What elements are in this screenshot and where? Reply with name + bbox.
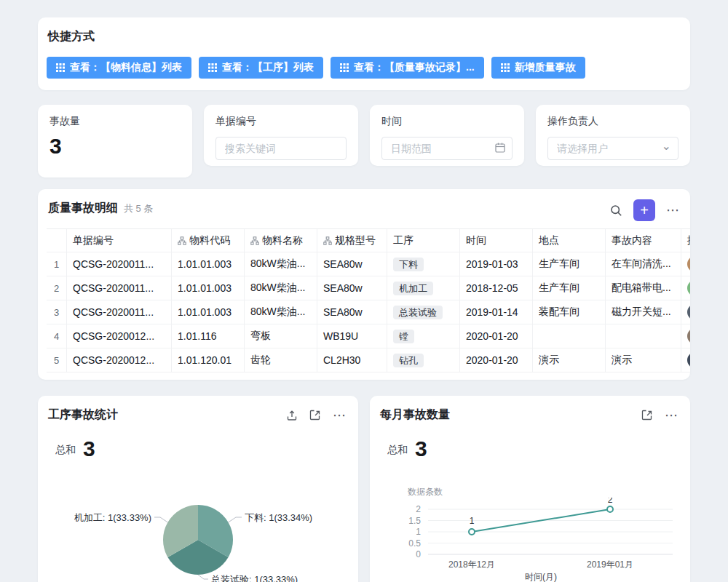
cell-code: 1.01.01.003 — [172, 276, 245, 300]
col-doc-number[interactable]: 单据编号 — [67, 229, 172, 252]
table-row[interactable]: 4 QCSG-2020012... 1.01.116 弯板 WB19U 镗 20… — [47, 324, 690, 348]
operator-select[interactable] — [547, 137, 678, 160]
pie-label-zongzhuang: 总装试验: 1(33.33%) — [211, 573, 298, 582]
data-label: 2 — [608, 498, 613, 505]
pie-more-menu[interactable]: ⋯ — [333, 407, 347, 423]
cell-spec: CL2H30 — [317, 348, 387, 372]
data-label: 1 — [470, 516, 475, 526]
cell-place: 演示 — [533, 348, 606, 372]
line-card-title: 每月事故数量 — [380, 407, 450, 423]
y-tick: 1.5 — [408, 516, 421, 526]
pie-label-jijiagong: 机加工: 1(33.33%) — [58, 511, 151, 525]
cell-owner — [681, 324, 690, 348]
shortcut-view-process-list-button[interactable]: 查看：【工序】列表 — [199, 57, 323, 79]
col-spec-model[interactable]: 规格型号 — [317, 229, 387, 252]
table-row[interactable]: 5 QCSG-2020012... 1.01.120.01 齿轮 CL2H30 … — [47, 348, 690, 372]
calendar-icon[interactable] — [494, 142, 506, 154]
cell-process: 钻孔 — [387, 348, 460, 372]
data-point[interactable] — [469, 529, 475, 535]
cell-time: 2018-12-05 — [460, 276, 533, 300]
shortcut-label: 新增质量事故 — [515, 61, 576, 74]
plus-icon: + — [640, 200, 649, 220]
col-owner[interactable]: 操作负责人 — [681, 229, 690, 252]
process-accident-stats-card: 工序事故统计 ⋯ 总和 3 机加工: 1(33.33%) 下料: 1(33.3 — [38, 396, 358, 582]
cell-owner — [681, 276, 690, 300]
table-row[interactable]: 1 QCSG-2020011... 1.01.01.003 80kW柴油... … — [47, 252, 690, 276]
cell-name: 80kW柴油... — [245, 276, 317, 300]
gridlines — [428, 509, 673, 543]
line-chart: 2 1.5 1 0.5 0 1 2 2018年12月 2019年01月 时间(月… — [370, 498, 690, 582]
cell-code: 1.01.01.003 — [172, 252, 245, 276]
avatar — [687, 328, 690, 344]
leader-line — [229, 517, 242, 522]
more-icon: ⋯ — [666, 202, 680, 218]
avatar — [687, 280, 690, 296]
chevron-down-icon[interactable]: ⌄ — [662, 139, 671, 153]
y-tick: 0.5 — [408, 538, 421, 549]
avatar — [687, 352, 690, 368]
open-fullscreen-icon[interactable] — [309, 410, 321, 421]
export-icon[interactable] — [286, 410, 298, 421]
cell-doc: QCSG-2020011... — [67, 252, 172, 276]
col-place[interactable]: 地点 — [533, 229, 606, 252]
time-filter-label: 时间 — [381, 115, 513, 128]
cell-code: 1.01.120.01 — [172, 348, 245, 372]
line-total-label: 总和 — [387, 444, 408, 460]
cell-place: 装配车间 — [533, 300, 606, 324]
shortcuts-card: 快捷方式 查看：【物料信息】列表 查看：【工序】列表 查看：【质量事故记录】..… — [38, 17, 690, 90]
cell-place: 生产车间 — [533, 252, 606, 276]
cell-place — [533, 324, 606, 348]
cell-process: 总装试验 — [387, 300, 460, 324]
cell-content: 磁力开关短... — [606, 300, 681, 324]
cell-spec: SEA80w — [317, 300, 387, 324]
cell-content: 演示 — [606, 348, 681, 372]
relation-icon — [250, 236, 259, 245]
pie-card-title: 工序事故统计 — [48, 407, 118, 423]
col-time[interactable]: 时间 — [460, 229, 533, 252]
line-more-menu[interactable]: ⋯ — [665, 407, 678, 423]
shortcut-view-quality-records-button[interactable]: 查看：【质量事故记录】... — [331, 57, 484, 79]
cell-doc: QCSG-2020012... — [67, 324, 172, 348]
doc-number-search-input[interactable] — [215, 137, 347, 160]
row-index: 1 — [47, 252, 67, 276]
shortcut-view-material-list-button[interactable]: 查看：【物料信息】列表 — [47, 57, 191, 79]
col-material-name[interactable]: 物料名称 — [245, 229, 317, 252]
shortcut-add-accident-button[interactable]: 新增质量事故 — [491, 57, 585, 79]
table-title: 质量事故明细共 5 条 — [48, 201, 153, 216]
pie-label-xialiao: 下料: 1(33.34%) — [245, 511, 312, 525]
avatar — [687, 256, 690, 272]
process-tag: 下料 — [393, 258, 424, 271]
table-row[interactable]: 2 QCSG-2020011... 1.01.01.003 80kW柴油... … — [47, 276, 690, 300]
x-tick: 2018年12月 — [448, 559, 495, 570]
cell-name: 齿轮 — [245, 348, 317, 372]
cell-doc: QCSG-2020011... — [67, 276, 172, 300]
pie-total-value: 3 — [83, 438, 95, 460]
y-tick: 1 — [416, 527, 421, 537]
cell-process: 下料 — [387, 252, 460, 276]
date-range-input[interactable] — [381, 137, 513, 160]
data-point[interactable] — [607, 506, 613, 512]
cell-content: 在车间清洗... — [606, 252, 681, 276]
cell-name: 80kW柴油... — [245, 252, 317, 276]
open-fullscreen-icon[interactable] — [641, 410, 653, 421]
avatar — [687, 304, 690, 320]
time-filter-card: 时间 — [370, 105, 524, 166]
add-record-button[interactable]: + — [633, 199, 655, 221]
cell-content: 配电箱带电... — [606, 276, 681, 300]
cell-spec: SEA80w — [317, 252, 387, 276]
col-material-code[interactable]: 物料代码 — [172, 229, 245, 252]
col-content[interactable]: 事故内容 — [606, 229, 681, 252]
col-process[interactable]: 工序 — [387, 229, 460, 252]
leader-line — [154, 517, 167, 522]
line-total-value: 3 — [415, 438, 427, 460]
x-axis-title: 时间(月) — [525, 572, 557, 582]
search-icon[interactable] — [610, 204, 622, 217]
relation-icon — [323, 236, 332, 245]
table-more-menu[interactable]: ⋯ — [666, 202, 680, 218]
shortcuts-title: 快捷方式 — [48, 29, 95, 44]
doc-number-label: 单据编号 — [215, 115, 347, 128]
table-row[interactable]: 3 QCSG-2020011... 1.01.01.003 80kW柴油... … — [47, 300, 690, 324]
cell-owner — [681, 300, 690, 324]
cell-place: 生产车间 — [533, 276, 606, 300]
accident-count-card: 事故量 3 — [38, 105, 192, 178]
